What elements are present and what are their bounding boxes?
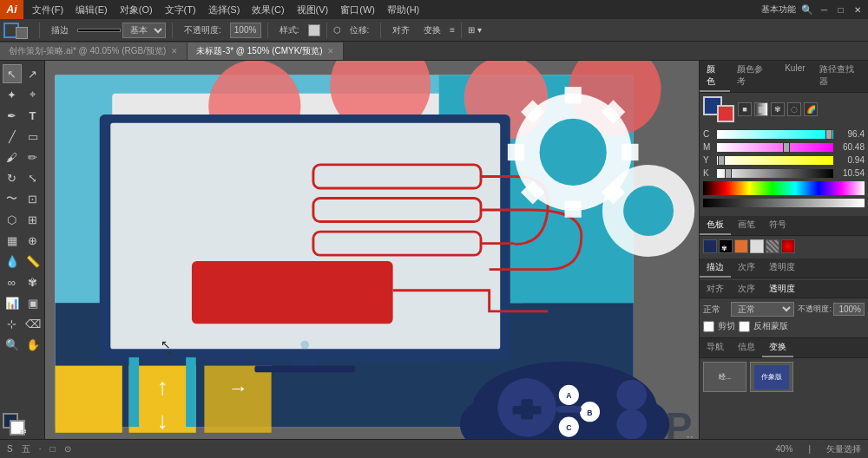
pathfinder-tab[interactable]: 路径查找器: [812, 61, 868, 92]
magic-wand-tool[interactable]: ✦: [3, 85, 22, 104]
c-thumb[interactable]: [825, 129, 832, 140]
hand-tool[interactable]: ✋: [23, 335, 43, 354]
fill-stroke-indicator[interactable]: [703, 96, 734, 122]
menu-file[interactable]: 文件(F): [27, 2, 69, 18]
minimize-button[interactable]: ─: [819, 4, 830, 16]
stroke-select[interactable]: 基本: [122, 23, 166, 38]
direct-select-tool[interactable]: ↗: [23, 64, 43, 83]
pen-tool[interactable]: ✒: [3, 106, 22, 125]
tab-1-close[interactable]: ✕: [171, 47, 178, 56]
style-swatch[interactable]: [308, 24, 320, 36]
align-tab[interactable]: 描边: [700, 258, 731, 278]
free-transform-tool[interactable]: ⊡: [23, 189, 43, 208]
pencil-tool[interactable]: ✏: [23, 147, 43, 167]
m-thumb[interactable]: [783, 142, 790, 153]
menu-view[interactable]: 视图(V): [292, 2, 334, 18]
transform-label[interactable]: 变换: [418, 22, 446, 39]
mesh-tool[interactable]: ⊕: [23, 231, 43, 250]
opacity-input[interactable]: [230, 23, 261, 38]
slice-tool[interactable]: ⊹: [3, 314, 22, 333]
kuler-tab[interactable]: Kuler: [778, 61, 812, 92]
more-icon[interactable]: ≡: [450, 25, 455, 35]
menu-window[interactable]: 窗口(W): [335, 2, 380, 18]
y-slider[interactable]: [717, 156, 833, 165]
swatch-pattern1[interactable]: [766, 239, 779, 253]
menu-effect[interactable]: 效果(C): [247, 2, 289, 18]
thumb-1[interactable]: 经...: [703, 362, 746, 392]
fill-stroke-swatch[interactable]: ⇄: [3, 413, 27, 435]
eyedropper-tool[interactable]: 💧: [3, 252, 22, 271]
restore-button[interactable]: □: [835, 4, 846, 16]
pattern-icon[interactable]: ✾: [771, 102, 785, 116]
menu-help[interactable]: 帮助(H): [382, 2, 424, 18]
close-button[interactable]: ✕: [852, 4, 863, 16]
canvas-area[interactable]: ↑ → ↓ A B C: [45, 61, 699, 458]
scale-tool[interactable]: ⤡: [23, 168, 43, 187]
tab-2[interactable]: 未标题-3* @ 150% (CMYK/预览) ✕: [187, 43, 344, 60]
none-icon[interactable]: ◌: [787, 102, 801, 116]
bottom-tool-s[interactable]: S: [7, 444, 13, 454]
blend-tool[interactable]: ∞: [3, 272, 22, 291]
search-icon[interactable]: 🔍: [801, 4, 813, 16]
opacity-value-input[interactable]: [833, 303, 865, 316]
bp-trans[interactable]: 次序: [731, 280, 762, 298]
bottom-tool-5[interactable]: 五: [22, 443, 30, 455]
bottom-tool-dot[interactable]: ·: [39, 444, 42, 454]
text-tool[interactable]: T: [23, 106, 43, 125]
color-ref-tab[interactable]: 颜色参考: [730, 61, 778, 92]
artboard-tool[interactable]: ▣: [23, 293, 43, 312]
trans-tab[interactable]: 次序: [731, 258, 762, 278]
swatches-tab[interactable]: 色板: [700, 216, 731, 235]
align-label[interactable]: 对齐: [387, 22, 415, 39]
y-thumb[interactable]: [718, 155, 725, 166]
menu-text[interactable]: 文字(T): [160, 2, 201, 18]
brushes-tab[interactable]: 画笔: [731, 216, 762, 235]
c-slider[interactable]: [717, 130, 833, 139]
swatch-black[interactable]: ✾: [719, 239, 733, 253]
perspective-tool[interactable]: ⊞: [23, 210, 43, 229]
info-tab[interactable]: 信息: [731, 338, 762, 357]
brush-tool[interactable]: 🖌: [3, 147, 22, 167]
shape-builder-tool[interactable]: ⬡: [3, 210, 22, 229]
menu-edit[interactable]: 编辑(E): [70, 2, 113, 18]
swatch-orange[interactable]: [734, 239, 748, 253]
swatch-navy[interactable]: [703, 239, 717, 253]
symbols-tab[interactable]: 符号: [762, 216, 793, 235]
color-tab[interactable]: 颜色: [700, 61, 730, 92]
menu-select[interactable]: 选择(S): [203, 2, 246, 18]
symbol-tool[interactable]: ✾: [23, 272, 43, 291]
warp-tool[interactable]: 〜: [3, 189, 22, 208]
measure-tool[interactable]: 📏: [23, 252, 43, 271]
swatch-red-radial[interactable]: [781, 239, 795, 253]
line-tool[interactable]: ╱: [3, 127, 22, 146]
gradient-tool[interactable]: ▦: [3, 231, 22, 250]
transform-panel-tab[interactable]: 变换: [762, 338, 793, 357]
swatch-light[interactable]: [750, 239, 764, 253]
bw-bar[interactable]: [703, 199, 865, 207]
lasso-tool[interactable]: ⌖: [23, 85, 43, 104]
k-slider[interactable]: [717, 169, 833, 178]
appear-tab[interactable]: 透明度: [762, 258, 802, 278]
bottom-tool-rect[interactable]: □: [49, 444, 55, 454]
select-tool[interactable]: ↖: [3, 64, 22, 83]
k-thumb[interactable]: [725, 168, 732, 179]
blend-mode-select[interactable]: 正常: [731, 302, 794, 317]
rotate-tool[interactable]: ↻: [3, 168, 22, 187]
stroke-preview[interactable]: [77, 29, 121, 32]
rect-tool[interactable]: ▭: [23, 127, 43, 146]
zoom-tool[interactable]: 🔍: [3, 335, 22, 354]
menu-object[interactable]: 对象(O): [115, 2, 158, 18]
bp-align[interactable]: 对齐: [700, 280, 731, 298]
m-slider[interactable]: [717, 143, 833, 152]
color-spectrum[interactable]: [703, 181, 865, 195]
invert-checkbox[interactable]: [739, 321, 750, 332]
column-graph-tool[interactable]: 📊: [3, 293, 22, 312]
bottom-tool-circle[interactable]: ⊙: [64, 444, 71, 454]
grad-icon[interactable]: ▦: [754, 102, 768, 116]
fill-color-swatch[interactable]: [16, 27, 28, 39]
nav-tab[interactable]: 导航: [700, 338, 731, 357]
extra-tools[interactable]: ⊞ ▾: [468, 25, 482, 35]
clip-checkbox[interactable]: [703, 321, 714, 332]
solid-mode-icon[interactable]: ■: [738, 102, 752, 116]
tab-1[interactable]: 创作策划-策略.ai* @ 40.05% (RGB/预览) ✕: [0, 43, 187, 60]
